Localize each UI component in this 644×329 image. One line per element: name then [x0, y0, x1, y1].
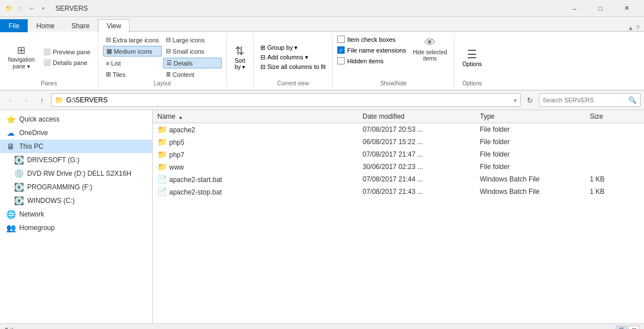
title-bar-icons: 📁 □ ↩ ▾ SERVERS — [5, 4, 88, 13]
title-bar-controls: – □ ✕ — [561, 0, 639, 17]
hidden-items-row[interactable]: Hidden items — [337, 57, 406, 65]
content-icon: ≣ — [166, 71, 171, 78]
preview-pane-button[interactable]: ⬜ Preview pane — [40, 47, 93, 57]
medium-icons-button[interactable]: ▦ Medium icons — [103, 46, 162, 57]
cell-type: Windows Batch File — [475, 185, 585, 198]
list-button[interactable]: ≡ List — [103, 58, 162, 68]
options-icon: ☰ — [467, 47, 477, 61]
cell-name: 📁php7 — [153, 148, 358, 161]
table-row[interactable]: 📁php7 07/08/2017 21:47 ... File folder — [153, 148, 644, 161]
nav-bar: ‹ › ↑ 📁 G:\SERVERS ▾ ↻ 🔍 — [0, 90, 644, 110]
cell-name: 📁www — [153, 161, 358, 173]
ribbon-group-layout: ⊟ Extra large icons ⊟ Large icons ▦ Medi… — [98, 34, 227, 88]
dvd-label: DVD RW Drive (D:) DELL S2X16H — [27, 170, 131, 178]
programming-icon: 💽 — [14, 183, 24, 192]
file-name-extensions-row[interactable]: ✓ File name extensions — [337, 46, 406, 54]
sidebar-item-homegroup[interactable]: 👥 Homegroup — [0, 221, 152, 235]
details-pane-button[interactable]: ⬜ Details pane — [40, 58, 93, 67]
address-dropdown-icon[interactable]: ▾ — [514, 97, 517, 103]
up-button[interactable]: ↑ — [35, 93, 49, 107]
hide-selected-items-button[interactable]: 👁 Hide selecteditems — [410, 35, 449, 63]
file-row-icon: 📁 — [157, 162, 167, 171]
file-name-extensions-checkbox[interactable]: ✓ — [337, 46, 345, 54]
table-row[interactable]: 📁www 30/06/2017 02:23 ... File folder — [153, 161, 644, 173]
sort-by-button[interactable]: ⇅ Sortby ▾ — [231, 43, 248, 71]
sidebar-item-programming[interactable]: 💽 PROGRAMMING (F:) — [0, 180, 152, 194]
size-columns-label: Size all columns to fit — [267, 63, 325, 70]
ribbon-tabs: File Home Share View ▲ ? — [0, 17, 644, 32]
add-columns-button[interactable]: ⊟ Add columns ▾ — [258, 53, 328, 62]
cell-date-modified: 07/08/2017 21:44 ... — [358, 173, 475, 185]
sidebar-item-drivesoft[interactable]: 💽 DRIVESOFT (G:) — [0, 153, 152, 167]
tab-view[interactable]: View — [98, 19, 130, 32]
sort-arrow: ▲ — [178, 115, 183, 120]
tiles-button[interactable]: ⊞ Tiles — [103, 70, 162, 79]
small-icons-button[interactable]: ⊟ Small icons — [163, 46, 222, 57]
column-name[interactable]: Name ▲ — [153, 110, 358, 123]
cell-size — [585, 123, 644, 136]
title-text: SERVERS — [55, 5, 88, 12]
drivesoft-label: DRIVESOFT (G:) — [27, 156, 79, 164]
tab-home[interactable]: Home — [28, 19, 63, 32]
back-button[interactable]: ‹ — [3, 93, 17, 107]
homegroup-label: Homegroup — [19, 224, 55, 232]
content-button[interactable]: ≣ Content — [163, 70, 222, 79]
ribbon: ⊞ Navigationpane ▾ ⬜ Preview pane ⬜ Deta… — [0, 32, 644, 90]
options-button[interactable]: ☰ Options — [459, 46, 485, 68]
large-icons-icon: ⊟ — [166, 36, 171, 44]
preview-pane-label: Preview pane — [53, 49, 91, 55]
maximize-button[interactable]: □ — [587, 0, 613, 17]
group-by-button[interactable]: ⊞ Group by ▾ — [258, 44, 328, 52]
minimize-button[interactable]: – — [561, 0, 587, 17]
details-view-toggle[interactable]: ☰ — [616, 326, 627, 330]
search-box[interactable]: 🔍 — [539, 93, 641, 107]
hidden-items-label: Hidden items — [347, 58, 383, 64]
address-bar[interactable]: 📁 G:\SERVERS ▾ — [51, 93, 521, 107]
cell-type: File folder — [475, 148, 585, 161]
sidebar-item-network[interactable]: 🌐 Network — [0, 207, 152, 221]
content-label: Content — [173, 71, 195, 78]
item-checkboxes-row[interactable]: Item check boxes — [337, 35, 406, 44]
item-count: 6 items — [5, 327, 27, 330]
current-view-content: ⊞ Group by ▾ ⊟ Add columns ▾ ⊟ Size all … — [258, 35, 328, 79]
extra-large-icons-label: Extra large icons — [113, 37, 159, 44]
table-row[interactable]: 📄apache2-stop.bat 07/08/2017 21:43 ... W… — [153, 185, 644, 198]
tab-share[interactable]: Share — [63, 19, 98, 32]
item-checkboxes-checkbox[interactable] — [337, 36, 345, 43]
customize-icon: ▾ — [38, 4, 48, 13]
sidebar-item-quick-access[interactable]: ⭐ Quick access — [0, 112, 152, 126]
table-row[interactable]: 📄apache2-start.bat 07/08/2017 21:44 ... … — [153, 173, 644, 185]
search-input[interactable] — [543, 97, 626, 103]
size-all-columns-button[interactable]: ⊟ Size all columns to fit — [258, 63, 328, 71]
large-icons-button[interactable]: ⊟ Large icons — [163, 35, 222, 45]
table-row[interactable]: 📁php5 06/08/2017 15:22 ... File folder — [153, 136, 644, 148]
refresh-button[interactable]: ↻ — [523, 93, 536, 107]
sidebar-item-dvd[interactable]: 💿 DVD RW Drive (D:) DELL S2X16H — [0, 167, 152, 180]
column-size[interactable]: Size — [585, 110, 644, 123]
list-icon: ≡ — [106, 60, 109, 67]
item-checkboxes-label: Item check boxes — [347, 36, 396, 43]
ribbon-group-show-hide: Item check boxes ✓ File name extensions … — [333, 34, 454, 88]
sidebar-item-onedrive[interactable]: ☁ OneDrive — [0, 126, 152, 140]
medium-icons-icon: ▦ — [106, 47, 112, 55]
cell-type: Windows Batch File — [475, 173, 585, 185]
tab-file[interactable]: File — [0, 19, 28, 32]
column-date-modified[interactable]: Date modified — [358, 110, 475, 123]
sidebar-item-windows[interactable]: 💽 WINDOWS (C:) — [0, 194, 152, 207]
sidebar-item-this-pc[interactable]: 🖥 This PC — [0, 140, 152, 153]
table-row[interactable]: 📁apache2 07/08/2017 20:53 ... File folde… — [153, 123, 644, 136]
save-icon: □ — [16, 4, 25, 13]
navigation-pane-button[interactable]: ⊞ Navigationpane ▾ — [5, 43, 38, 71]
extra-large-icons-button[interactable]: ⊟ Extra large icons — [103, 35, 162, 45]
forward-button[interactable]: › — [19, 93, 33, 107]
search-icon: 🔍 — [628, 96, 637, 104]
hidden-items-checkbox[interactable] — [337, 57, 345, 64]
details-button[interactable]: ☰ Details — [163, 58, 222, 68]
this-pc-icon: 🖥 — [6, 142, 16, 151]
close-button[interactable]: ✕ — [613, 0, 639, 17]
large-icons-view-toggle[interactable]: ⊞ — [628, 326, 639, 330]
column-type[interactable]: Type — [475, 110, 585, 123]
options-label: Options — [462, 61, 482, 67]
add-columns-icon: ⊟ — [260, 54, 265, 61]
file-pane: Name ▲ Date modified Type Size 📁apache2 … — [153, 110, 644, 323]
